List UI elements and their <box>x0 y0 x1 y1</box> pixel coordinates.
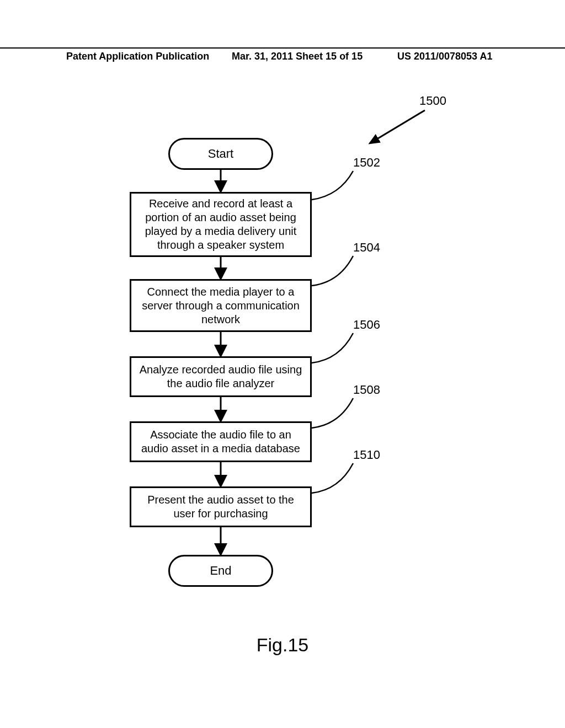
arrow-step1-step2 <box>215 257 226 280</box>
leader-1504 <box>309 250 359 290</box>
header-date-sheet: Mar. 31, 2011 Sheet 15 of 15 <box>232 51 363 62</box>
leader-1510 <box>309 458 359 497</box>
arrow-step3-step4 <box>215 397 226 422</box>
figure-label: Fig.15 <box>0 634 565 656</box>
flowchart-ref-main-arrow <box>353 105 430 149</box>
svg-line-0 <box>370 110 425 143</box>
step-1502-text: Receive and record at least a portion of… <box>138 197 303 252</box>
step-1508: Associate the audio file to an audio ass… <box>130 421 312 462</box>
page-header: Patent Application Publication Mar. 31, … <box>0 47 565 51</box>
arrow-step2-step3 <box>215 332 226 357</box>
header-publication: Patent Application Publication <box>66 51 209 62</box>
step-1506-text: Analyze recorded audio file using the au… <box>138 363 303 390</box>
step-1504-text: Connect the media player to a server thr… <box>138 285 303 326</box>
step-1504: Connect the media player to a server thr… <box>130 279 312 332</box>
step-1510: Present the audio asset to the user for … <box>130 486 312 527</box>
end-label: End <box>210 564 231 578</box>
arrow-step5-end <box>215 527 226 556</box>
step-1506: Analyze recorded audio file using the au… <box>130 356 312 397</box>
leader-1502 <box>309 165 359 204</box>
arrow-start-step1 <box>215 170 226 193</box>
header-pub-number: US 2011/0078053 A1 <box>397 51 492 62</box>
step-1502: Receive and record at least a portion of… <box>130 192 312 257</box>
end-terminator: End <box>168 555 273 587</box>
leader-1506 <box>309 328 359 367</box>
arrow-step4-step5 <box>215 462 226 488</box>
step-1508-text: Associate the audio file to an audio ass… <box>138 428 303 456</box>
start-terminator: Start <box>168 138 273 170</box>
leader-1508 <box>309 393 359 432</box>
step-1510-text: Present the audio asset to the user for … <box>138 493 303 521</box>
start-label: Start <box>208 147 233 161</box>
